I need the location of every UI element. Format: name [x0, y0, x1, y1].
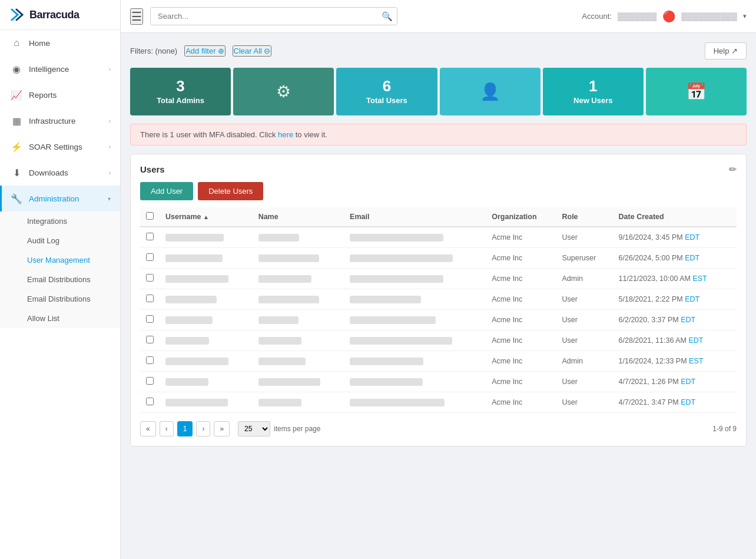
sub-nav-item-audit-log[interactable]: Audit Log	[0, 231, 120, 250]
prev-page-button[interactable]: ‹	[160, 421, 174, 436]
add-user-button[interactable]: Add User	[140, 182, 193, 200]
sidebar-item-home[interactable]: ⌂ Home	[0, 30, 120, 56]
row-checkbox[interactable]	[146, 377, 154, 385]
sub-nav-item-user-management[interactable]: User Management	[0, 250, 120, 270]
sidebar-item-label: SOAR Settings	[29, 143, 102, 151]
role-cell: User	[556, 330, 612, 351]
row-checkbox[interactable]	[146, 253, 154, 261]
sub-nav-item-integrations[interactable]: Integrations	[0, 211, 120, 231]
add-icon: ⊕	[218, 47, 224, 55]
email-cell	[344, 372, 486, 392]
row-checkbox[interactable]	[146, 274, 154, 282]
username-cell	[160, 227, 253, 248]
last-page-button[interactable]: »	[214, 421, 230, 436]
items-per-page-select[interactable]: 25 10 50 100	[238, 421, 270, 436]
dropdown-arrow-icon: ▾	[743, 12, 747, 20]
username-cell	[160, 248, 253, 269]
select-all-checkbox[interactable]	[146, 212, 154, 220]
chevron-right-icon: ›	[109, 144, 111, 150]
sidebar-item-intelligence[interactable]: ◉ Intelligence ›	[0, 56, 120, 82]
main-content: ☰ 🔍 Account: ▓▓▓▓▓▓▓ 🔴 ▓▓▓▓▓▓▓▓▓▓ ▾ Filt…	[121, 0, 756, 559]
table-row: Acme Inc User 4/7/2021, 1:26 PM EDT	[140, 372, 737, 392]
users-card-header: Users ✏	[140, 164, 737, 175]
search-wrapper: 🔍	[150, 7, 397, 25]
sidebar: Barracuda ⌂ Home ◉ Intelligence › 📈 Repo…	[0, 0, 121, 559]
email-cell	[344, 330, 486, 351]
username-cell	[160, 392, 253, 413]
sidebar-item-label: Infrastructure	[29, 117, 102, 125]
add-filter-button[interactable]: Add filter ⊕	[184, 45, 225, 57]
user-name: ▓▓▓▓▓▓▓▓▓▓	[681, 12, 737, 21]
organization-header[interactable]: Organization	[486, 207, 556, 227]
sidebar-logo[interactable]: Barracuda	[0, 0, 120, 30]
organization-cell: Acme Inc	[486, 227, 556, 248]
users-card: Users ✏ Add User Delete Users Username ▲	[130, 154, 747, 446]
select-all-header	[140, 207, 160, 227]
delete-users-button[interactable]: Delete Users	[198, 182, 263, 200]
help-button[interactable]: Help ↗	[705, 42, 747, 59]
role-cell: Superuser	[556, 248, 612, 269]
first-page-button[interactable]: «	[140, 421, 156, 436]
new-users-card[interactable]: 1 New Users	[543, 68, 644, 115]
mfa-link[interactable]: here	[278, 130, 293, 139]
name-cell	[253, 269, 344, 289]
sidebar-item-label: Downloads	[29, 168, 102, 177]
total-users-card[interactable]: 6 Total Users	[336, 68, 437, 115]
calendar-icon-card[interactable]: 📅	[646, 68, 747, 115]
users-title: Users	[140, 164, 165, 174]
sidebar-item-downloads[interactable]: ⬇ Downloads ›	[0, 160, 120, 186]
total-admins-card[interactable]: 3 Total Admins	[130, 68, 231, 115]
email-cell	[344, 392, 486, 413]
sub-nav-item-email-distributions-1[interactable]: Email Distributions	[0, 270, 120, 289]
new-users-label: New Users	[573, 96, 612, 105]
page-1-button[interactable]: 1	[177, 421, 193, 436]
search-button[interactable]: 🔍	[382, 11, 393, 22]
organization-cell: Acme Inc	[486, 269, 556, 289]
sidebar-item-label: Reports	[29, 91, 111, 100]
row-checkbox[interactable]	[146, 315, 154, 323]
organization-cell: Acme Inc	[486, 392, 556, 413]
sidebar-item-administration[interactable]: 🔧 Administration ▾	[0, 186, 120, 211]
table-row: Acme Inc User 6/28/2021, 11:36 AM EDT	[140, 330, 737, 351]
sidebar-item-label: Home	[29, 39, 111, 48]
sub-nav-item-allow-list[interactable]: Allow List	[0, 309, 120, 328]
clear-icon: ⊖	[264, 47, 270, 55]
sidebar-item-infrastructure[interactable]: ▦ Infrastructure ›	[0, 108, 120, 134]
total-users-number: 6	[383, 78, 391, 94]
organization-cell: Acme Inc	[486, 351, 556, 372]
sidebar-item-reports[interactable]: 📈 Reports	[0, 82, 120, 108]
hamburger-button[interactable]: ☰	[130, 8, 143, 25]
role-cell: User	[556, 310, 612, 330]
row-checkbox[interactable]	[146, 295, 154, 302]
search-input[interactable]	[150, 7, 397, 25]
row-checkbox[interactable]	[146, 233, 154, 240]
date-created-cell: 6/26/2024, 5:00 PM EDT	[613, 248, 737, 269]
next-page-button[interactable]: ›	[196, 421, 210, 436]
row-checkbox[interactable]	[146, 356, 154, 364]
sub-nav-item-email-distributions-2[interactable]: Email Distributions	[0, 289, 120, 309]
date-created-header[interactable]: Date Created	[613, 207, 737, 227]
row-checkbox[interactable]	[146, 336, 154, 343]
total-users-label: Total Users	[366, 96, 407, 105]
pagination-bar: « ‹ 1 › » 25 10 50 100 items per page 1-…	[140, 421, 737, 436]
row-checkbox[interactable]	[146, 398, 154, 405]
role-cell: Admin	[556, 269, 612, 289]
sub-nav-administration: Integrations Audit Log User Management E…	[0, 211, 120, 328]
bell-icon: 🔴	[662, 10, 675, 23]
email-header[interactable]: Email	[344, 207, 486, 227]
username-header[interactable]: Username ▲	[160, 207, 253, 227]
username-cell	[160, 351, 253, 372]
table-row: Acme Inc User 4/7/2021, 3:47 PM EDT	[140, 392, 737, 413]
edit-icon-button[interactable]: ✏	[729, 164, 737, 175]
admin-settings-card[interactable]: ⚙	[233, 68, 334, 115]
clear-all-button[interactable]: Clear All ⊖	[233, 45, 271, 57]
sidebar-item-soar-settings[interactable]: ⚡ SOAR Settings ›	[0, 134, 120, 160]
chevron-right-icon: ›	[109, 170, 111, 176]
total-admins-label: Total Admins	[157, 96, 204, 105]
user-icon-card[interactable]: 👤	[440, 68, 541, 115]
email-cell	[344, 310, 486, 330]
date-created-cell: 5/18/2021, 2:22 PM EDT	[613, 289, 737, 310]
role-header[interactable]: Role	[556, 207, 612, 227]
username-cell	[160, 330, 253, 351]
name-header[interactable]: Name	[253, 207, 344, 227]
